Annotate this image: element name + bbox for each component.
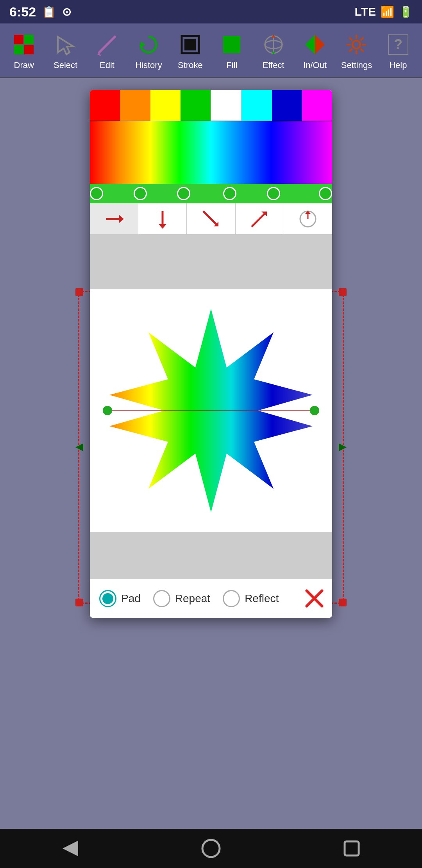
radio-reflect[interactable]: Reflect (223, 590, 279, 607)
svg-marker-5 (97, 52, 101, 56)
swatch-cyan[interactable] (241, 90, 272, 121)
toolbar-stroke[interactable]: Stroke (170, 25, 211, 75)
settings-icon (342, 30, 370, 59)
gradient-stops[interactable] (90, 184, 332, 203)
toolbar-draw[interactable]: Draw (3, 25, 45, 75)
toolbar-effect[interactable]: Effect (252, 25, 294, 75)
dir-down[interactable] (138, 203, 187, 234)
toolbar-edit[interactable]: Edit (86, 25, 128, 75)
recents-button[interactable] (336, 833, 367, 864)
star-preview (102, 301, 320, 520)
stroke-label: Stroke (178, 60, 203, 70)
draw-label: Draw (14, 60, 34, 70)
history-label: History (135, 60, 162, 70)
svg-line-23 (361, 49, 363, 52)
swatch-blue[interactable] (272, 90, 302, 121)
swatch-magenta[interactable] (302, 90, 332, 121)
effect-label: Effect (263, 60, 284, 70)
stop-4[interactable] (267, 187, 280, 200)
toolbar-select[interactable]: Select (45, 25, 86, 75)
repeat-label: Repeat (175, 592, 210, 605)
svg-line-22 (349, 38, 352, 40)
dir-right[interactable] (90, 203, 138, 234)
dir-diagonal-up[interactable] (236, 203, 284, 234)
handle-tr[interactable] (339, 288, 347, 296)
radio-pad[interactable]: Pad (99, 590, 141, 607)
dir-diagonal-down[interactable] (187, 203, 235, 234)
toolbar-settings[interactable]: Settings (336, 25, 377, 75)
svg-rect-3 (24, 45, 34, 54)
toolbar-history[interactable]: History (128, 25, 169, 75)
stop-0[interactable] (90, 187, 103, 200)
gradient-dialog: Pad Repeat Reflect (90, 90, 332, 618)
stop-2[interactable] (177, 187, 190, 200)
svg-point-40 (103, 406, 112, 415)
swatch-green[interactable] (181, 90, 211, 121)
direction-row (90, 203, 332, 235)
status-bar: 6:52 📋 ⊙ LTE 📶 🔋 (0, 0, 422, 23)
inout-label: In/Out (303, 60, 327, 70)
battery-icon: 🔋 (399, 5, 413, 18)
main-area: Pad Repeat Reflect (0, 78, 422, 829)
svg-rect-1 (24, 35, 34, 44)
svg-point-45 (202, 840, 220, 857)
svg-rect-8 (184, 39, 196, 50)
handle-br[interactable] (339, 599, 347, 606)
pad-radio-dot (102, 593, 113, 604)
svg-marker-44 (63, 841, 78, 856)
svg-line-32 (203, 211, 218, 226)
preview-top-gray (90, 235, 332, 289)
back-button[interactable] (55, 833, 86, 864)
handle-mr[interactable] (339, 443, 347, 451)
select-label: Select (54, 60, 77, 70)
stroke-icon (176, 30, 204, 59)
select-icon (52, 30, 80, 59)
status-left: 6:52 📋 ⊙ (9, 4, 71, 20)
toolbar-inout[interactable]: In/Out (294, 25, 336, 75)
handle-bl[interactable] (75, 599, 83, 606)
svg-point-41 (310, 406, 319, 415)
stop-5[interactable] (319, 187, 332, 200)
toolbar-fill[interactable]: Fill (211, 25, 252, 75)
svg-line-4 (99, 37, 115, 52)
svg-rect-46 (345, 841, 359, 855)
pad-label: Pad (121, 592, 141, 605)
svg-marker-16 (305, 35, 315, 54)
svg-text:?: ? (394, 36, 402, 52)
radio-repeat[interactable]: Repeat (153, 590, 210, 607)
swatch-red[interactable] (90, 90, 120, 121)
help-icon: ? (384, 30, 412, 59)
svg-rect-9 (223, 36, 240, 53)
svg-line-34 (252, 212, 266, 227)
repeat-radio[interactable] (153, 590, 170, 607)
toolbar-help[interactable]: ? Help (377, 25, 419, 75)
handle-tl[interactable] (75, 288, 83, 296)
reflect-label: Reflect (245, 592, 279, 605)
svg-line-25 (349, 49, 352, 52)
bottom-nav (0, 829, 422, 868)
sim-icon: 📋 (42, 5, 56, 18)
swatch-yellow[interactable] (150, 90, 181, 121)
settings-label: Settings (341, 60, 372, 70)
home-button[interactable] (195, 833, 227, 864)
edit-label: Edit (100, 60, 114, 70)
svg-marker-31 (159, 224, 166, 229)
preview-bottom-gray (90, 532, 332, 579)
rainbow-bar[interactable] (90, 121, 332, 184)
reflect-radio[interactable] (223, 590, 240, 607)
stop-1[interactable] (134, 187, 147, 200)
svg-rect-0 (14, 35, 23, 44)
svg-line-24 (361, 38, 363, 40)
effect-icon (259, 30, 288, 59)
time-display: 6:52 (9, 4, 36, 20)
status-right: LTE 📶 🔋 (355, 5, 413, 18)
cancel-button[interactable] (304, 587, 325, 610)
stop-3[interactable] (223, 187, 236, 200)
swatch-white[interactable] (211, 90, 241, 121)
swatch-orange[interactable] (120, 90, 150, 121)
svg-rect-2 (14, 45, 23, 54)
pad-radio[interactable] (99, 590, 116, 607)
dir-radial[interactable] (284, 203, 332, 234)
handle-ml[interactable] (75, 443, 83, 451)
toolbar: Draw Select Edit History (0, 23, 422, 78)
